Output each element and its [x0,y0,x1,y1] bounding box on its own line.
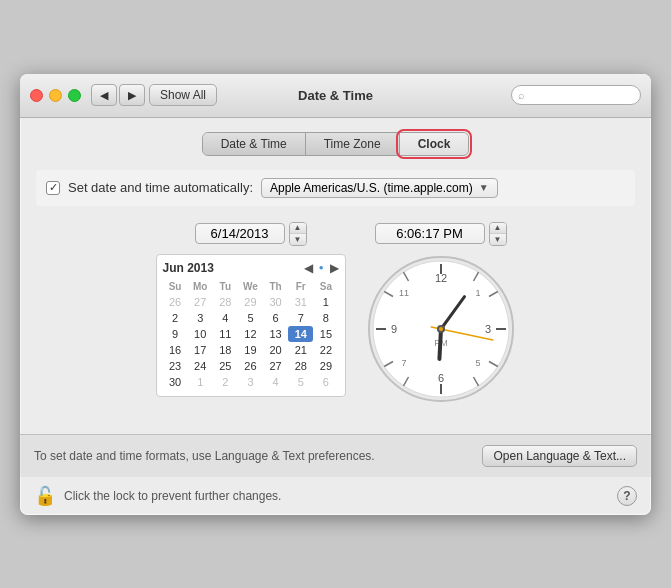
table-row[interactable]: 12 [238,326,263,342]
svg-text:12: 12 [434,272,446,284]
auto-checkbox[interactable]: ✓ [46,181,60,195]
analog-clock: 12 3 6 9 1 5 11 7 PM [366,254,516,404]
table-row[interactable]: 26 [238,358,263,374]
date-up-button[interactable]: ▲ [290,223,306,234]
table-row[interactable]: 29 [238,294,263,310]
table-row[interactable]: 10 [188,326,213,342]
calendar: Jun 2013 ◀ ● ▶ Su Mo Tu We Th [156,254,346,397]
svg-line-23 [439,329,441,359]
table-row[interactable]: 1 [188,374,213,390]
date-down-button[interactable]: ▼ [290,234,306,245]
cal-header-tu: Tu [213,279,238,294]
open-language-button[interactable]: Open Language & Text... [482,445,637,467]
show-all-button[interactable]: Show All [149,84,217,106]
today-cell[interactable]: 14 [288,326,313,342]
back-button[interactable]: ◀ [91,84,117,106]
tab-time-zone[interactable]: Time Zone [306,133,400,155]
tab-clock[interactable]: Clock [400,133,469,155]
clock-svg: 12 3 6 9 1 5 11 7 PM [366,254,516,404]
time-down-button[interactable]: ▼ [490,234,506,245]
svg-text:6: 6 [437,372,443,384]
table-row[interactable]: 4 [263,374,288,390]
cal-header-su: Su [163,279,188,294]
cal-prev-button[interactable]: ◀ [304,261,313,275]
table-row[interactable]: 2 [163,310,188,326]
cal-header-sa: Sa [313,279,338,294]
table-row[interactable]: 25 [213,358,238,374]
help-button[interactable]: ? [617,486,637,506]
tab-group: Date & Time Time Zone Clock [202,132,470,156]
date-spinner-arrows: ▲ ▼ [289,222,307,246]
server-select[interactable]: Apple Americas/U.S. (time.apple.com) ▼ [261,178,498,198]
time-spinner: 6:06:17 PM ▲ ▼ [375,222,507,246]
table-row[interactable]: 30 [163,374,188,390]
table-row[interactable]: 22 [313,342,338,358]
table-row[interactable]: 5 [238,310,263,326]
auto-label: Set date and time automatically: [68,180,253,195]
left-panel: 6/14/2013 ▲ ▼ Jun 2013 ◀ ● ▶ [156,222,346,397]
table-row[interactable]: 2 [213,374,238,390]
table-row[interactable]: 29 [313,358,338,374]
table-row[interactable]: 30 [263,294,288,310]
search-box[interactable]: ⌕ [511,85,641,105]
table-row[interactable]: 20 [263,342,288,358]
table-row[interactable]: 28 [288,358,313,374]
svg-text:5: 5 [475,358,480,368]
lock-text: Click the lock to prevent further change… [64,489,281,503]
table-row[interactable]: 27 [263,358,288,374]
calendar-grid: Su Mo Tu We Th Fr Sa 26 27 28 29 30 31 [163,279,339,390]
table-row[interactable]: 24 [188,358,213,374]
date-spinner: 6/14/2013 ▲ ▼ [195,222,307,246]
footer-bar: To set date and time formats, use Langua… [20,434,651,477]
table-row[interactable]: 3 [238,374,263,390]
lock-icon[interactable]: 🔓 [34,485,56,507]
right-panel: 6:06:17 PM ▲ ▼ [366,222,516,404]
search-icon: ⌕ [518,89,525,101]
calendar-nav: ◀ ● ▶ [304,261,339,275]
table-row[interactable]: 9 [163,326,188,342]
table-row[interactable]: 5 [288,374,313,390]
svg-text:3: 3 [484,323,490,335]
table-row[interactable]: 19 [238,342,263,358]
table-row[interactable]: 18 [213,342,238,358]
minimize-button[interactable] [49,89,62,102]
tab-date-time[interactable]: Date & Time [203,133,306,155]
table-row[interactable]: 16 [163,342,188,358]
table-row[interactable]: 17 [188,342,213,358]
tabs-row: Date & Time Time Zone Clock [36,132,635,156]
maximize-button[interactable] [68,89,81,102]
table-row[interactable]: 1 [313,294,338,310]
table-row[interactable]: 31 [288,294,313,310]
table-row[interactable]: 4 [213,310,238,326]
table-row[interactable]: 7 [288,310,313,326]
forward-button[interactable]: ▶ [119,84,145,106]
table-row[interactable]: 8 [313,310,338,326]
main-area: 6/14/2013 ▲ ▼ Jun 2013 ◀ ● ▶ [36,222,635,404]
table-row[interactable]: 13 [263,326,288,342]
table-row[interactable]: 6 [263,310,288,326]
table-row[interactable]: 23 [163,358,188,374]
cal-header-fr: Fr [288,279,313,294]
cal-header-th: Th [263,279,288,294]
calendar-header: Jun 2013 ◀ ● ▶ [163,261,339,275]
table-row[interactable]: 28 [213,294,238,310]
titlebar: ◀ ▶ Show All Date & Time ⌕ [20,74,651,118]
table-row[interactable]: 15 [313,326,338,342]
traffic-lights [30,89,81,102]
close-button[interactable] [30,89,43,102]
lock-bar: 🔓 Click the lock to prevent further chan… [20,477,651,515]
table-row[interactable]: 3 [188,310,213,326]
cal-today-dot[interactable]: ● [319,263,324,272]
search-input[interactable] [529,89,619,101]
cal-next-button[interactable]: ▶ [330,261,339,275]
table-row[interactable]: 11 [213,326,238,342]
time-up-button[interactable]: ▲ [490,223,506,234]
select-arrow-icon: ▼ [479,182,489,193]
table-row[interactable]: 21 [288,342,313,358]
table-row[interactable]: 26 [163,294,188,310]
svg-text:7: 7 [401,358,406,368]
time-spinner-arrows: ▲ ▼ [489,222,507,246]
table-row[interactable]: 27 [188,294,213,310]
table-row[interactable]: 6 [313,374,338,390]
svg-text:9: 9 [390,323,396,335]
